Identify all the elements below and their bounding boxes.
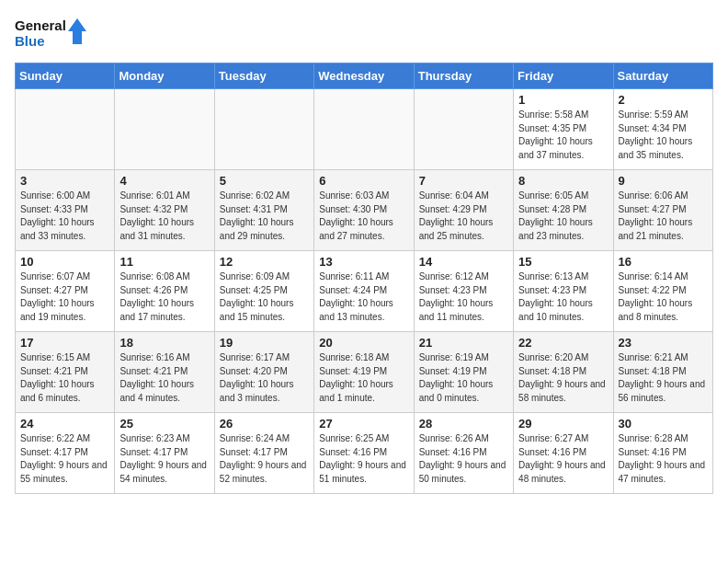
day-info: Sunrise: 6:07 AM Sunset: 4:27 PM Dayligh… [20,270,109,324]
day-number: 2 [619,93,708,107]
day-info: Sunrise: 6:26 AM Sunset: 4:16 PM Dayligh… [419,432,508,486]
day-number: 19 [220,336,309,350]
day-number: 5 [220,174,309,188]
calendar-cell: 13Sunrise: 6:11 AM Sunset: 4:24 PM Dayli… [314,251,414,332]
day-number: 20 [319,336,408,350]
day-info: Sunrise: 6:13 AM Sunset: 4:23 PM Dayligh… [518,270,608,324]
calendar-cell: 10Sunrise: 6:07 AM Sunset: 4:27 PM Dayli… [16,251,115,332]
col-header-friday: Friday [514,63,613,89]
calendar-cell [115,89,214,170]
day-number: 17 [20,336,109,350]
day-number: 16 [619,255,708,269]
svg-text:Blue: Blue [15,33,45,49]
calendar-cell: 5Sunrise: 6:02 AM Sunset: 4:31 PM Daylig… [214,170,313,251]
day-info: Sunrise: 6:00 AM Sunset: 4:33 PM Dayligh… [20,190,109,243]
svg-text:General: General [15,17,66,33]
col-header-sunday: Sunday [16,63,115,89]
calendar-cell: 21Sunrise: 6:19 AM Sunset: 4:19 PM Dayli… [414,332,513,413]
calendar-cell: 19Sunrise: 6:17 AM Sunset: 4:20 PM Dayli… [214,332,313,413]
day-number: 12 [220,255,309,269]
day-info: Sunrise: 6:12 AM Sunset: 4:23 PM Dayligh… [419,270,508,324]
calendar-cell: 23Sunrise: 6:21 AM Sunset: 4:18 PM Dayli… [613,332,712,413]
day-info: Sunrise: 6:21 AM Sunset: 4:18 PM Dayligh… [619,351,708,405]
day-info: Sunrise: 6:17 AM Sunset: 4:20 PM Dayligh… [220,351,309,405]
calendar-cell: 24Sunrise: 6:22 AM Sunset: 4:17 PM Dayli… [16,413,115,494]
calendar-cell: 12Sunrise: 6:09 AM Sunset: 4:25 PM Dayli… [214,251,313,332]
day-info: Sunrise: 6:01 AM Sunset: 4:32 PM Dayligh… [119,190,209,243]
week-row-3: 17Sunrise: 6:15 AM Sunset: 4:21 PM Dayli… [16,332,713,413]
day-number: 9 [619,174,708,188]
day-info: Sunrise: 6:28 AM Sunset: 4:16 PM Dayligh… [619,432,708,486]
day-number: 1 [518,93,608,107]
day-info: Sunrise: 6:25 AM Sunset: 4:16 PM Dayligh… [319,432,408,486]
day-info: Sunrise: 6:23 AM Sunset: 4:17 PM Dayligh… [119,432,209,486]
calendar-cell: 18Sunrise: 6:16 AM Sunset: 4:21 PM Dayli… [115,332,214,413]
calendar-cell: 20Sunrise: 6:18 AM Sunset: 4:19 PM Dayli… [314,332,414,413]
svg-marker-2 [68,18,86,44]
calendar-cell: 29Sunrise: 6:27 AM Sunset: 4:16 PM Dayli… [514,413,613,494]
day-info: Sunrise: 6:04 AM Sunset: 4:29 PM Dayligh… [419,190,508,243]
day-number: 15 [518,255,608,269]
day-info: Sunrise: 6:06 AM Sunset: 4:27 PM Dayligh… [619,190,708,243]
day-number: 23 [619,336,708,350]
day-number: 4 [119,174,209,188]
col-header-tuesday: Tuesday [214,63,313,89]
week-row-4: 24Sunrise: 6:22 AM Sunset: 4:17 PM Dayli… [16,413,713,494]
day-number: 26 [220,417,309,431]
day-number: 13 [319,255,408,269]
day-number: 25 [119,417,209,431]
day-number: 10 [20,255,109,269]
day-info: Sunrise: 6:05 AM Sunset: 4:28 PM Dayligh… [518,190,608,243]
calendar: SundayMondayTuesdayWednesdayThursdayFrid… [15,63,713,494]
calendar-cell: 14Sunrise: 6:12 AM Sunset: 4:23 PM Dayli… [414,251,513,332]
day-info: Sunrise: 6:03 AM Sunset: 4:30 PM Dayligh… [319,190,408,243]
day-number: 6 [319,174,408,188]
calendar-cell: 15Sunrise: 6:13 AM Sunset: 4:23 PM Dayli… [514,251,613,332]
day-number: 22 [518,336,608,350]
day-info: Sunrise: 6:19 AM Sunset: 4:19 PM Dayligh… [419,351,508,405]
calendar-cell: 11Sunrise: 6:08 AM Sunset: 4:26 PM Dayli… [115,251,214,332]
calendar-cell: 26Sunrise: 6:24 AM Sunset: 4:17 PM Dayli… [214,413,313,494]
day-number: 14 [419,255,508,269]
day-number: 27 [319,417,408,431]
day-info: Sunrise: 6:22 AM Sunset: 4:17 PM Dayligh… [20,432,109,486]
day-number: 21 [419,336,508,350]
day-info: Sunrise: 6:15 AM Sunset: 4:21 PM Dayligh… [20,351,109,405]
day-info: Sunrise: 6:14 AM Sunset: 4:22 PM Dayligh… [619,270,708,324]
day-number: 29 [518,417,608,431]
calendar-cell: 22Sunrise: 6:20 AM Sunset: 4:18 PM Dayli… [514,332,613,413]
calendar-cell: 1Sunrise: 5:58 AM Sunset: 4:35 PM Daylig… [514,89,613,170]
day-number: 28 [419,417,508,431]
day-number: 8 [518,174,608,188]
week-row-2: 10Sunrise: 6:07 AM Sunset: 4:27 PM Dayli… [16,251,713,332]
col-header-saturday: Saturday [613,63,712,89]
day-info: Sunrise: 6:18 AM Sunset: 4:19 PM Dayligh… [319,351,408,405]
day-info: Sunrise: 6:02 AM Sunset: 4:31 PM Dayligh… [220,190,309,243]
col-header-wednesday: Wednesday [314,63,414,89]
day-number: 3 [20,174,109,188]
calendar-cell: 7Sunrise: 6:04 AM Sunset: 4:29 PM Daylig… [414,170,513,251]
calendar-cell: 25Sunrise: 6:23 AM Sunset: 4:17 PM Dayli… [115,413,214,494]
calendar-cell [214,89,313,170]
col-header-thursday: Thursday [414,63,513,89]
day-number: 24 [20,417,109,431]
logo: GeneralBlue [15,15,88,52]
calendar-cell: 4Sunrise: 6:01 AM Sunset: 4:32 PM Daylig… [115,170,214,251]
day-info: Sunrise: 6:27 AM Sunset: 4:16 PM Dayligh… [518,432,608,486]
day-number: 30 [619,417,708,431]
week-row-0: 1Sunrise: 5:58 AM Sunset: 4:35 PM Daylig… [16,89,713,170]
calendar-cell: 2Sunrise: 5:59 AM Sunset: 4:34 PM Daylig… [613,89,712,170]
week-row-1: 3Sunrise: 6:00 AM Sunset: 4:33 PM Daylig… [16,170,713,251]
calendar-cell: 16Sunrise: 6:14 AM Sunset: 4:22 PM Dayli… [613,251,712,332]
calendar-cell: 3Sunrise: 6:00 AM Sunset: 4:33 PM Daylig… [16,170,115,251]
calendar-cell: 28Sunrise: 6:26 AM Sunset: 4:16 PM Dayli… [414,413,513,494]
day-info: Sunrise: 6:24 AM Sunset: 4:17 PM Dayligh… [220,432,309,486]
header: GeneralBlue [15,15,713,52]
day-info: Sunrise: 6:20 AM Sunset: 4:18 PM Dayligh… [518,351,608,405]
calendar-header-row: SundayMondayTuesdayWednesdayThursdayFrid… [16,63,713,89]
day-info: Sunrise: 5:58 AM Sunset: 4:35 PM Dayligh… [518,109,608,162]
day-info: Sunrise: 6:09 AM Sunset: 4:25 PM Dayligh… [220,270,309,324]
calendar-cell: 27Sunrise: 6:25 AM Sunset: 4:16 PM Dayli… [314,413,414,494]
day-info: Sunrise: 6:08 AM Sunset: 4:26 PM Dayligh… [119,270,209,324]
day-number: 11 [119,255,209,269]
